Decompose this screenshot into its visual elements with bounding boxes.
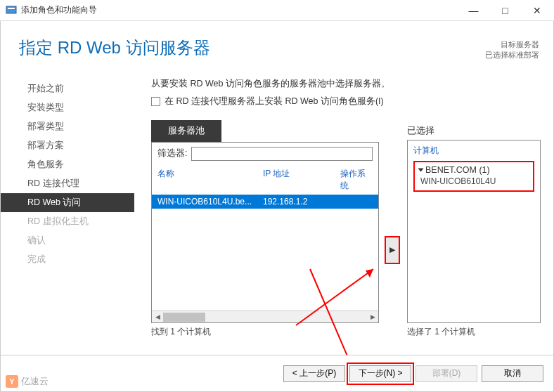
add-server-button[interactable]: ▶ [385, 236, 400, 264]
app-icon [6, 5, 17, 16]
found-count: 找到 1 个计算机 [151, 323, 379, 338]
filter-input[interactable] [191, 147, 373, 161]
watermark: Y 亿速云 [6, 375, 49, 388]
close-button[interactable]: ✕ [521, 0, 553, 20]
install-on-broker-checkbox[interactable] [151, 97, 160, 106]
nav-deploy-type[interactable]: 部署类型 [1, 117, 134, 136]
column-headers: 名称 IP 地址 操作系统 [152, 165, 378, 195]
selected-group[interactable]: BENET.COM (1) WIN-UICOB610L4U [413, 161, 534, 192]
scroll-left-icon[interactable]: ◀ [152, 311, 163, 322]
server-pool-box: 筛选器: 名称 IP 地址 操作系统 WIN-UICOB610L4U.be...… [151, 142, 379, 323]
selected-header: 计算机 [413, 145, 534, 157]
maximize-button[interactable]: □ [489, 0, 521, 20]
selected-count: 选择了 1 个计算机 [407, 323, 541, 338]
window-title: 添加角色和功能向导 [21, 4, 458, 16]
server-pool-tab[interactable]: 服务器池 [151, 120, 221, 142]
col-os[interactable]: 操作系统 [340, 168, 373, 192]
install-on-broker-label: 在 RD 连接代理服务器上安装 RD Web 访问角色服务(I) [165, 96, 384, 107]
watermark-icon: Y [6, 375, 18, 388]
nav-complete[interactable]: 完成 [1, 250, 134, 269]
selected-server-item[interactable]: WIN-UICOB610L4U [419, 176, 529, 186]
col-name[interactable]: 名称 [157, 168, 263, 192]
deploy-button: 部署(D) [416, 365, 477, 382]
previous-button[interactable]: < 上一步(P) [283, 365, 345, 382]
col-ip[interactable]: IP 地址 [263, 168, 340, 192]
server-row[interactable]: WIN-UICOB610L4U.be... 192.168.1.2 [152, 195, 378, 209]
arrow-right-icon: ▶ [389, 245, 395, 254]
target-info: 目标服务器 已选择标准部署 [485, 39, 539, 61]
nav-before-begin[interactable]: 开始之前 [1, 79, 134, 98]
next-button[interactable]: 下一步(N) > [349, 365, 411, 382]
selected-box: 计算机 BENET.COM (1) WIN-UICOB610L4U [407, 140, 541, 323]
horizontal-scrollbar[interactable]: ◀ ▶ [152, 311, 378, 322]
svg-rect-1 [8, 8, 15, 9]
expand-icon[interactable] [418, 169, 424, 172]
nav-deploy-scenario[interactable]: 部署方案 [1, 136, 134, 155]
scroll-right-icon[interactable]: ▶ [367, 311, 378, 322]
svg-rect-0 [6, 6, 16, 13]
minimize-button[interactable]: — [458, 0, 489, 20]
cancel-button[interactable]: 取消 [482, 365, 543, 382]
nav-confirm[interactable]: 确认 [1, 231, 134, 250]
nav-rd-virt[interactable]: RD 虚拟化主机 [1, 212, 134, 231]
filter-label: 筛选器: [157, 148, 187, 159]
instruction-text: 从要安装 RD Web 访问角色服务的服务器池中选择服务器。 [151, 78, 541, 90]
page-title: 指定 RD Web 访问服务器 [19, 37, 485, 59]
nav-role-services[interactable]: 角色服务 [1, 155, 134, 174]
nav-rd-broker[interactable]: RD 连接代理 [1, 174, 134, 193]
wizard-nav: 开始之前 安装类型 部署类型 部署方案 角色服务 RD 连接代理 RD Web … [1, 65, 134, 355]
selected-label: 已选择 [407, 120, 541, 137]
nav-rd-web[interactable]: RD Web 访问 [1, 193, 134, 212]
nav-install-type[interactable]: 安装类型 [1, 98, 134, 117]
